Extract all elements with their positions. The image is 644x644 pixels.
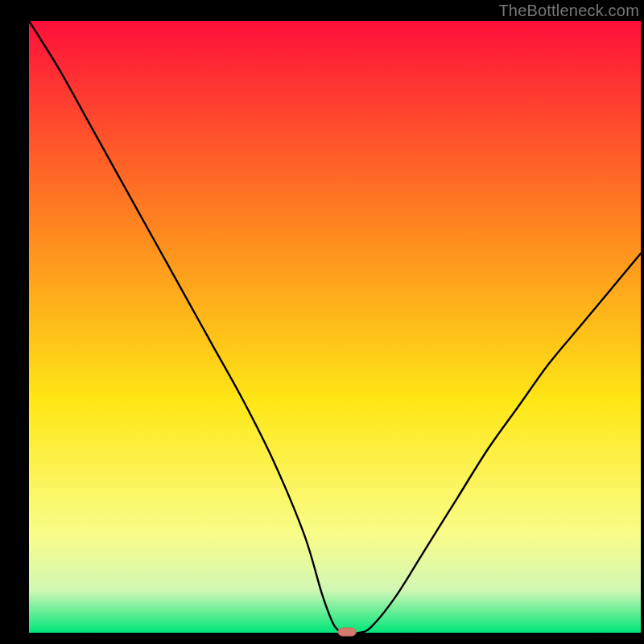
optimal-marker — [338, 628, 356, 636]
watermark-text: TheBottleneck.com — [498, 2, 639, 20]
bottleneck-chart — [0, 0, 644, 644]
chart-frame: { "watermark": "TheBottleneck.com", "col… — [0, 0, 644, 644]
plot-background — [29, 21, 641, 633]
